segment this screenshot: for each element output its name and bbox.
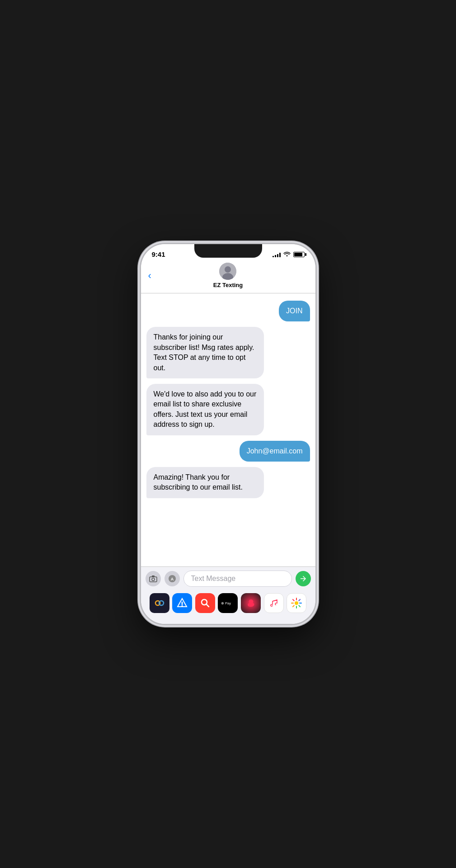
svg-point-1 xyxy=(225,266,231,273)
message-text: We'd love to also add you to our email l… xyxy=(154,390,257,428)
back-button[interactable]: ‹ xyxy=(148,271,151,281)
dock-app-photos[interactable] xyxy=(287,593,306,613)
svg-text:⊕ Pay: ⊕ Pay xyxy=(221,601,231,605)
message-row-received-2: We'd love to also add you to our email l… xyxy=(146,384,310,435)
notch xyxy=(194,244,262,258)
message-bubble: Thanks for joining our subscriber list! … xyxy=(146,327,264,378)
svg-rect-3 xyxy=(150,577,157,582)
contact-name: EZ Texting xyxy=(213,282,243,288)
message-text: Thanks for joining our subscriber list! … xyxy=(154,333,254,371)
dock-app-clips[interactable] xyxy=(241,593,261,613)
svg-line-20 xyxy=(293,599,294,601)
svg-point-15 xyxy=(295,601,298,605)
svg-line-13 xyxy=(206,604,209,607)
camera-button[interactable] xyxy=(146,571,161,586)
message-bubble: We'd love to also add you to our email l… xyxy=(146,384,264,435)
message-bubble: JOIN xyxy=(279,301,310,321)
avatar xyxy=(219,263,236,280)
dock-app-links[interactable] xyxy=(150,593,169,613)
send-button[interactable] xyxy=(296,571,311,586)
svg-point-11 xyxy=(182,605,183,607)
appstore-button[interactable]: A xyxy=(165,571,180,586)
svg-text:A: A xyxy=(170,577,174,581)
status-time: 9:41 xyxy=(152,250,165,258)
dock-app-pay[interactable]: ⊕ Pay xyxy=(218,593,238,613)
wifi-icon xyxy=(283,251,291,258)
message-text: John@email.com xyxy=(247,447,303,455)
battery-icon xyxy=(293,252,305,257)
svg-line-23 xyxy=(293,605,294,607)
message-text: Amazing! Thank you for subscribing to ou… xyxy=(154,473,243,491)
svg-rect-5 xyxy=(152,576,155,577)
input-area: A Text Message xyxy=(141,566,315,590)
phone-screen: 9:41 xyxy=(141,244,315,624)
app-dock: ⊕ Pay xyxy=(141,590,315,624)
svg-line-21 xyxy=(299,605,300,607)
svg-point-4 xyxy=(152,578,155,581)
dock-app-search[interactable] xyxy=(195,593,215,613)
messages-container: JOIN Thanks for joining our subscriber l… xyxy=(141,293,315,566)
message-row-sent-2: John@email.com xyxy=(146,441,310,462)
phone-frame: 9:41 xyxy=(140,243,316,625)
message-bubble: Amazing! Thank you for subscribing to ou… xyxy=(146,467,264,498)
navigation-bar: ‹ EZ Texting xyxy=(141,261,315,293)
contact-info[interactable]: EZ Texting xyxy=(213,263,243,288)
dock-app-music[interactable] xyxy=(264,593,284,613)
message-text: JOIN xyxy=(286,307,302,315)
message-row-sent-1: JOIN xyxy=(146,301,310,321)
svg-line-22 xyxy=(299,599,300,601)
status-icons xyxy=(273,251,305,258)
signal-icon xyxy=(273,252,281,257)
input-placeholder: Text Message xyxy=(191,575,236,583)
message-bubble: John@email.com xyxy=(240,441,310,462)
message-row-received-1: Thanks for joining our subscriber list! … xyxy=(146,327,310,378)
message-input[interactable]: Text Message xyxy=(183,571,292,587)
message-row-received-3: Amazing! Thank you for subscribing to ou… xyxy=(146,467,310,498)
dock-app-appstore[interactable] xyxy=(172,593,192,613)
